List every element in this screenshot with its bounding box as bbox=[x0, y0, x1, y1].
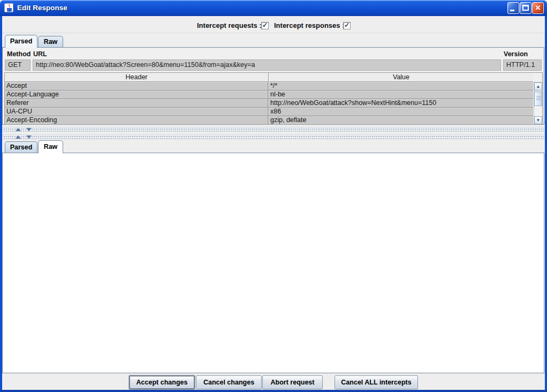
collapse-down-icon[interactable] bbox=[26, 135, 32, 139]
header-column-header[interactable]: Header bbox=[5, 73, 269, 82]
version-field[interactable]: HTTP/1.1 bbox=[503, 59, 542, 71]
url-label: URL bbox=[33, 50, 47, 58]
request-panel: Method URL Version GET http://neo:80/Web… bbox=[2, 47, 544, 125]
response-panel bbox=[2, 153, 544, 373]
intercept-requests-checkbox[interactable]: ✓ bbox=[261, 22, 269, 29]
split-divider-lower[interactable] bbox=[2, 134, 544, 139]
scroll-up-button[interactable]: ▲ bbox=[534, 82, 542, 91]
check-icon: ✓ bbox=[262, 22, 268, 28]
split-divider-upper[interactable] bbox=[2, 127, 544, 132]
accept-changes-button[interactable]: Accept changes bbox=[129, 375, 195, 389]
close-button[interactable]: ✕ bbox=[532, 2, 544, 14]
title-bar[interactable]: Edit Response ✕ bbox=[0, 0, 547, 16]
minimize-icon bbox=[510, 10, 514, 11]
value-column-header[interactable]: Value bbox=[269, 73, 533, 82]
check-icon: ✓ bbox=[344, 22, 350, 28]
url-field[interactable]: http://neo:80/WebGoat/attack?Screen=80&m… bbox=[33, 59, 501, 71]
headers-table-body: Accept */* Accept-Language nl-be Referer… bbox=[5, 82, 533, 125]
response-tab-parsed[interactable]: Parsed bbox=[5, 141, 37, 153]
down-arrow-icon: ▼ bbox=[536, 118, 541, 123]
headers-scrollbar[interactable]: ▲ ▼ bbox=[534, 82, 543, 125]
collapse-down-icon[interactable] bbox=[26, 128, 32, 131]
abort-request-button[interactable]: Abort request bbox=[262, 375, 323, 389]
request-tab-parsed[interactable]: Parsed bbox=[5, 35, 37, 48]
java-app-icon bbox=[4, 3, 13, 12]
edit-response-window: Edit Response ✕ Intercept requests : ✓ I… bbox=[0, 0, 547, 392]
collapse-up-icon[interactable] bbox=[16, 128, 21, 131]
table-row[interactable]: Accept */* bbox=[5, 82, 533, 91]
collapse-up-icon[interactable] bbox=[16, 135, 21, 139]
scroll-down-button[interactable]: ▼ bbox=[534, 116, 542, 124]
table-row[interactable]: UA-CPU x86 bbox=[5, 108, 533, 116]
method-field[interactable]: GET bbox=[5, 59, 31, 71]
minimize-button[interactable] bbox=[507, 2, 519, 14]
version-label: Version bbox=[504, 50, 528, 58]
close-icon: ✕ bbox=[535, 4, 541, 12]
maximize-button[interactable] bbox=[520, 2, 531, 14]
divider-line bbox=[2, 33, 545, 33]
window-bottom-border bbox=[0, 390, 547, 392]
intercept-requests-label: Intercept requests : bbox=[197, 21, 262, 29]
cancel-all-intercepts-button[interactable]: Cancel ALL intercepts bbox=[335, 375, 418, 389]
table-row[interactable]: Accept-Language nl-be bbox=[5, 91, 533, 99]
intercept-responses-checkbox[interactable]: ✓ bbox=[343, 22, 351, 29]
intercept-responses-label: Intercept responses : bbox=[274, 21, 345, 29]
maximize-icon bbox=[522, 5, 529, 11]
table-row[interactable]: Accept-Encoding gzip, deflate bbox=[5, 116, 533, 125]
headers-table: Header Value Accept */* Accept-Language … bbox=[4, 72, 543, 125]
request-tab-raw[interactable]: Raw bbox=[38, 36, 63, 47]
up-arrow-icon: ▲ bbox=[536, 84, 541, 89]
method-label: Method bbox=[7, 50, 31, 58]
response-tab-raw[interactable]: Raw bbox=[38, 140, 63, 153]
table-row[interactable]: Referer http://neo/WebGoat/attack?show=N… bbox=[5, 99, 533, 108]
cancel-changes-button[interactable]: Cancel changes bbox=[196, 375, 262, 389]
window-title: Edit Response bbox=[17, 4, 67, 12]
scrollbar-thumb[interactable] bbox=[534, 92, 542, 106]
